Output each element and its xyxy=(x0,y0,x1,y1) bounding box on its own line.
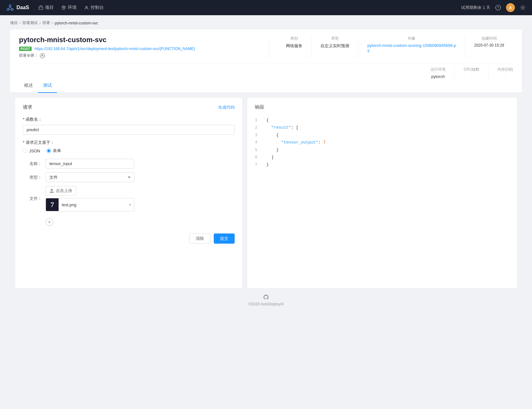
meta-object-value[interactable]: pytorch-mnist-custom-scoring-15960909456… xyxy=(367,43,456,53)
meta-object: 对象 pytorch-mnist-custom-scoring-15960909… xyxy=(358,36,465,58)
meta-category-label: 类别 xyxy=(286,36,302,41)
type-value: 文件 xyxy=(46,172,235,182)
page-footer: ©2020 AutoDeployAI xyxy=(10,288,522,310)
upload-button[interactable]: 点击上传 xyxy=(46,186,76,195)
submit-button[interactable]: 提交 xyxy=(214,233,235,244)
nav-label-console: 控制台 xyxy=(91,5,104,10)
nav-item-env[interactable]: 环境 xyxy=(61,5,77,10)
main-panels: 请求 生成代码 * 函数名： * 请求正文基于： JSON 表单 xyxy=(10,98,522,288)
clear-button[interactable]: 清除 xyxy=(189,233,211,244)
deploy-token-icon xyxy=(40,53,45,58)
form-row-file: 文件： 点击上传 7 test.png × xyxy=(23,186,235,211)
meta-cpu: CPU核数 - xyxy=(455,67,488,79)
radio-json[interactable]: JSON xyxy=(23,149,40,153)
type-select[interactable]: 文件 xyxy=(46,172,134,182)
radio-group: JSON 表单 xyxy=(23,148,235,154)
generate-code-link[interactable]: 生成代码 xyxy=(218,105,235,110)
code-line-4: 4 "tensor_output": 7 xyxy=(255,139,509,146)
code-line-7: 7 } xyxy=(255,161,509,168)
response-panel: 响应 1 { 2 "result": [ 3 { 4 "ten xyxy=(247,98,517,288)
avatar[interactable]: A xyxy=(506,3,515,12)
body-format-group: * 请求正文基于： JSON 表单 xyxy=(23,140,235,154)
file-item: 7 test.png × xyxy=(46,198,134,211)
meta-created-label: 创建时间 xyxy=(474,36,504,41)
meta-cpu-label: CPU核数 xyxy=(464,67,479,72)
help-icon[interactable]: ? xyxy=(495,5,501,10)
request-panel: 请求 生成代码 * 函数名： * 请求正文基于： JSON 表单 xyxy=(15,98,242,288)
meta-memory-value: - xyxy=(497,74,513,79)
type-label: 类型： xyxy=(23,175,42,180)
meta-type: 类型 自定义实时预测 xyxy=(312,36,358,58)
code-line-3: 3 { xyxy=(255,131,509,139)
service-url: POST https://192.168.64.7/api/v1/svc/dep… xyxy=(19,47,269,51)
form-row-type: 类型： 文件 xyxy=(23,172,235,182)
file-thumbnail: 7 xyxy=(46,198,59,211)
deploy-badge: 部署令牌： xyxy=(19,53,269,58)
file-name: test.png xyxy=(59,202,126,207)
svg-text:?: ? xyxy=(497,6,499,10)
nav-label-env: 环境 xyxy=(68,5,77,10)
topnav-menu: 项目 环境 控制台 xyxy=(39,5,461,10)
tab-overview[interactable]: 概述 xyxy=(19,79,38,93)
trial-text: 试用期剩余 1 天 xyxy=(461,5,490,10)
svg-line-4 xyxy=(10,7,12,9)
breadcrumb-current: pytorch-mnist-custom-svc xyxy=(55,21,98,25)
add-row-button[interactable]: + xyxy=(46,218,53,226)
service-title-section: pytorch-mnist-custom-svc POST https://19… xyxy=(19,36,269,58)
code-line-5: 5 } xyxy=(255,146,509,154)
github-icon xyxy=(263,294,269,300)
service-title: pytorch-mnist-custom-svc xyxy=(19,36,269,44)
code-line-1: 1 { xyxy=(255,117,509,124)
breadcrumb-deploy[interactable]: 部署 xyxy=(42,20,50,26)
meta-category: 类别 网络服务 xyxy=(277,36,312,58)
footer-icon xyxy=(10,294,522,301)
meta-created: 创建时间 2020-07-30 15:29 xyxy=(465,36,513,58)
tab-bar: 概述 测试 xyxy=(10,79,522,93)
nav-label-project: 项目 xyxy=(45,5,54,10)
tab-test[interactable]: 测试 xyxy=(38,79,57,93)
meta-runtime: 运行环境 pytorch xyxy=(421,67,455,79)
radio-form-label: 表单 xyxy=(53,148,61,154)
breadcrumb: 项目 > 部署测试 > 部署 > pytorch-mnist-custom-sv… xyxy=(10,20,522,26)
svg-point-8 xyxy=(86,6,87,8)
meta-memory: 内存(GB) - xyxy=(489,67,513,79)
service-url-text[interactable]: https://192.168.64.7/api/v1/svc/deployme… xyxy=(35,47,195,51)
svg-point-7 xyxy=(63,7,64,8)
radio-json-btn[interactable] xyxy=(23,149,27,153)
function-name-group: * 函数名： xyxy=(23,117,235,135)
panel-header-response: 响应 xyxy=(255,104,509,110)
nav-item-project[interactable]: 项目 xyxy=(39,5,54,10)
file-close-button[interactable]: × xyxy=(126,202,134,207)
svg-point-11 xyxy=(522,7,524,9)
response-code: 1 { 2 "result": [ 3 { 4 "tensor_output":… xyxy=(255,117,509,169)
radio-form[interactable]: 表单 xyxy=(47,148,61,154)
svg-point-12 xyxy=(42,54,43,56)
upload-btn-label: 点击上传 xyxy=(56,188,72,194)
function-name-input[interactable] xyxy=(23,125,235,135)
body-format-label: * 请求正文基于： xyxy=(23,140,235,145)
nav-item-console[interactable]: 控制台 xyxy=(84,5,104,10)
meta-type-value: 自定义实时预测 xyxy=(320,43,349,49)
breadcrumb-project[interactable]: 项目 xyxy=(10,20,18,26)
svg-rect-6 xyxy=(39,7,43,10)
response-panel-title: 响应 xyxy=(255,104,264,110)
meta-runtime-label: 运行环境 xyxy=(430,67,446,72)
breadcrumb-deploy-test[interactable]: 部署测试 xyxy=(22,20,38,26)
service-header: pytorch-mnist-custom-svc POST https://19… xyxy=(10,29,522,93)
name-value xyxy=(46,159,235,169)
file-label: 文件： xyxy=(23,196,42,201)
brand-logo[interactable]: DaaS xyxy=(6,4,29,11)
user-icon xyxy=(84,5,89,10)
name-label: 名称： xyxy=(23,161,42,167)
request-panel-title: 请求 xyxy=(23,104,32,110)
topnav-right: 试用期剩余 1 天 ? A xyxy=(461,3,526,12)
location-icon xyxy=(61,5,66,10)
topnav: DaaS 项目 环境 控制台 试用期剩余 1 天 ? A xyxy=(0,0,532,15)
file-value: 点击上传 7 test.png × xyxy=(46,186,235,211)
name-input[interactable] xyxy=(46,159,134,169)
form-row-name: 名称： xyxy=(23,159,235,169)
radio-form-btn[interactable] xyxy=(47,149,51,153)
settings-icon[interactable] xyxy=(520,5,526,10)
function-name-label: * 函数名： xyxy=(23,117,235,122)
page-content: 项目 > 部署测试 > 部署 > pytorch-mnist-custom-sv… xyxy=(0,15,532,409)
